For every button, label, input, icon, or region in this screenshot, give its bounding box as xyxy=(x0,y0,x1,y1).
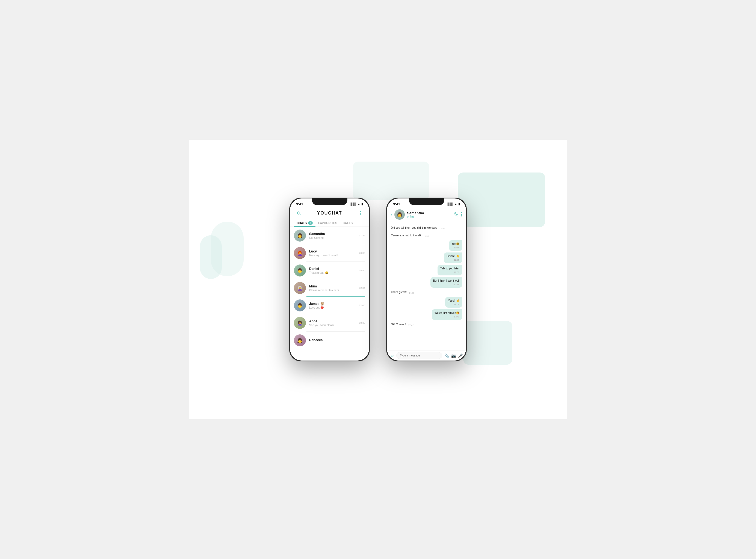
message-3: Finish!! 👏 12:35 xyxy=(444,252,462,263)
chat-name: Mum xyxy=(309,285,355,288)
message-text: That's great!! xyxy=(391,290,407,294)
message-text: Did you tell them you did it in two days xyxy=(391,226,437,230)
message-5: But I think it went well 12:38 xyxy=(430,277,462,288)
call-button[interactable] xyxy=(454,212,458,217)
message-text: But I think it went well xyxy=(433,279,459,283)
search-button[interactable] xyxy=(295,209,303,217)
svg-point-2 xyxy=(360,211,361,212)
message-text: Talk to you later xyxy=(440,267,459,270)
chat-preview: Ok! Coming! xyxy=(309,237,355,239)
message-time: 17:41 xyxy=(434,315,459,318)
chats-badge: 2 xyxy=(308,221,313,225)
message-9: Ok! Coming! 17:42 xyxy=(391,321,414,328)
message-input[interactable] xyxy=(396,352,442,359)
status-time: 9:41 xyxy=(296,202,303,206)
signal-icon: ▌▌▌ xyxy=(448,203,453,205)
chat-info-rebecca: Rebecca xyxy=(309,338,362,342)
avatar-daniel: 👨 xyxy=(294,265,306,276)
chat-item-daniel[interactable]: 👨 Daniel That's great! 😀 15:54 xyxy=(290,262,369,279)
tab-calls[interactable]: CALLS xyxy=(340,220,355,227)
chat-item-james[interactable]: 👨 James 🐒 Love you❤️ 22:00 xyxy=(290,297,369,314)
message-time: 12:37 xyxy=(440,271,459,273)
message-time: 12:35 xyxy=(447,259,459,261)
chat-info-james: James 🐒 Love you❤️ xyxy=(309,302,355,309)
message-2: Yes😊 11:58 xyxy=(449,240,462,251)
chat-time: 17:42 xyxy=(359,234,365,237)
chat-info-mum: Mum Please remeber to check... xyxy=(309,285,355,292)
message-time: 14:00 xyxy=(409,292,414,294)
chat-item-anne[interactable]: 👩‍🦱 Anne See you soon please!! 18:36 xyxy=(290,314,369,332)
conv-avatar: 👩 xyxy=(394,209,405,220)
tab-chats[interactable]: CHATS 2 xyxy=(294,220,316,227)
message-time: 11:56 xyxy=(439,227,445,230)
phones-container: 9:41 ▌▌▌ ▲ ▮ YO xyxy=(289,198,467,361)
contact-name: Samantha xyxy=(407,211,452,215)
chat-list: 👩 Samantha Ok! Coming! 17:42 👩‍🦰 xyxy=(290,227,369,361)
chat-name: Rebecca xyxy=(309,338,362,342)
more-options-button[interactable] xyxy=(357,209,364,217)
chat-item-lucy[interactable]: 👩‍🦰 Lucy No sorry...I won´t be abl... 20… xyxy=(290,244,369,262)
message-time: 12:38 xyxy=(433,283,459,286)
avatar-samantha: 👩 xyxy=(294,229,306,242)
emoji-button[interactable]: ☺ xyxy=(390,354,394,358)
conv-info: Samantha online xyxy=(407,211,452,218)
status-icons: ▌▌▌ ▲ ▮ xyxy=(448,203,460,205)
message-8: We've just arrived😘 17:41 xyxy=(432,309,462,320)
message-row-7: Yess!! 🤞 14:08 xyxy=(391,297,462,308)
avatar-emoji: 👧 xyxy=(297,338,303,343)
message-row-1: Cause you had to travel? 11:56 xyxy=(391,232,462,239)
svg-point-5 xyxy=(461,212,462,213)
message-time: 11:56 xyxy=(423,235,429,238)
chat-preview: No sorry...I won´t be abl... xyxy=(309,254,355,257)
message-row-0: Did you tell them you did it in two days… xyxy=(391,225,462,231)
camera-button[interactable]: 📷 xyxy=(451,354,456,358)
chat-name: Samantha xyxy=(309,232,355,236)
app-title: YOUCHAT xyxy=(317,211,342,216)
chat-item-samantha[interactable]: 👩 Samantha Ok! Coming! 17:42 xyxy=(290,227,369,244)
avatar-emoji: 👩‍🦳 xyxy=(297,286,303,291)
chat-item-rebecca[interactable]: 👧 Rebecca xyxy=(290,332,369,349)
scene: 9:41 ▌▌▌ ▲ ▮ YO xyxy=(189,140,567,419)
chat-time: 18:36 xyxy=(359,321,365,324)
chat-time: 15:54 xyxy=(359,269,365,272)
avatar-anne: 👩‍🦱 xyxy=(294,317,306,329)
chat-name: Daniel xyxy=(309,267,355,271)
message-text: Yess!! 🤞 xyxy=(448,299,459,303)
message-0: Did you tell them you did it in two days… xyxy=(391,225,445,231)
contact-status: online xyxy=(407,215,452,218)
message-1: Cause you had to travel? 11:56 xyxy=(391,232,429,239)
chat-preview: Love you❤️ xyxy=(309,306,355,309)
wifi-icon: ▲ xyxy=(454,203,457,205)
message-text: We've just arrived😘 xyxy=(434,311,459,315)
phone-conversation: 9:41 ▌▌▌ ▲ ▮ ‹ 👩 Samantha xyxy=(386,198,467,361)
tabs-row: CHATS 2 FAVOURITES CALLS xyxy=(290,220,369,227)
message-time: 17:42 xyxy=(408,324,414,327)
message-text: Ok! Coming! xyxy=(391,322,406,327)
avatar-mum: 👩‍🦳 xyxy=(294,282,306,294)
tab-favourites[interactable]: FAVOURITES xyxy=(316,220,340,227)
input-row: ☺ 📎 📷 🎤 xyxy=(387,350,466,361)
phone-screen: 9:41 ▌▌▌ ▲ ▮ YO xyxy=(290,198,369,361)
attachment-button[interactable]: 📎 xyxy=(445,354,449,358)
conv-actions xyxy=(454,212,462,217)
message-row-4: Talk to you later 12:37 xyxy=(391,265,462,275)
app-header: YOUCHAT xyxy=(290,208,369,220)
mic-button[interactable]: 🎤 xyxy=(458,354,463,358)
chat-time: 22:00 xyxy=(359,304,365,307)
avatar-emoji: 👩‍🦰 xyxy=(297,250,303,256)
message-row-2: Yes😊 11:58 xyxy=(391,240,462,251)
chat-info-samantha: Samantha Ok! Coming! xyxy=(309,232,355,239)
chat-time: 12:34 xyxy=(359,287,365,289)
more-options-button[interactable] xyxy=(461,212,462,217)
signal-icon: ▌▌▌ xyxy=(351,203,357,205)
message-4: Talk to you later 12:37 xyxy=(437,265,462,275)
avatar-james: 👨 xyxy=(294,299,306,311)
svg-point-3 xyxy=(360,213,361,214)
chat-item-mum[interactable]: 👩‍🦳 Mum Please remeber to check... 12:34 xyxy=(290,279,369,297)
chat-info-daniel: Daniel That's great! 😀 xyxy=(309,267,355,274)
chat-name: James 🐒 xyxy=(309,302,355,306)
back-button[interactable]: ‹ xyxy=(391,212,392,217)
message-row-8: We've just arrived😘 17:41 xyxy=(391,309,462,320)
message-text: Yes😊 xyxy=(452,242,459,246)
message-7: Yess!! 🤞 14:08 xyxy=(445,297,462,308)
